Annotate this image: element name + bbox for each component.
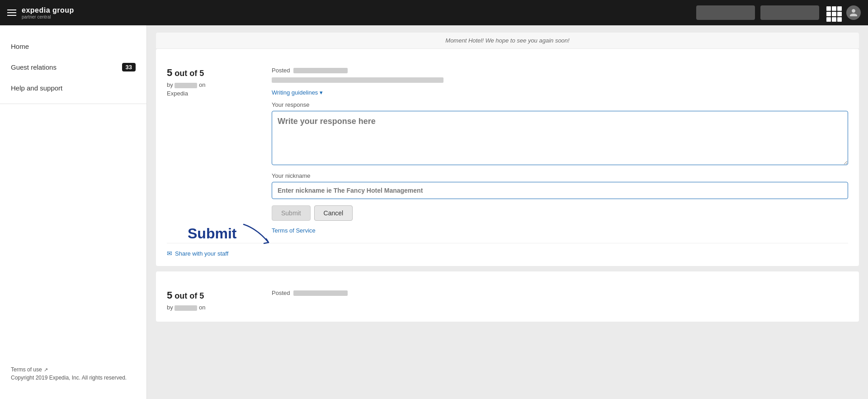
on2-label: on: [199, 304, 205, 311]
rating-out-of: out of 5: [175, 69, 204, 78]
posted-row: Posted: [272, 67, 848, 74]
main-content: Moment Hotel! We hope to see you again s…: [147, 25, 868, 399]
sidebar-nav: Home Guest relations 33 Help and support: [0, 36, 146, 359]
main-wrapper: Moment Hotel! We hope to see you again s…: [147, 25, 868, 329]
review2-left: 5 out of 5 by on: [167, 290, 257, 313]
posted2-row: Posted: [272, 290, 848, 296]
by-label: by: [167, 81, 173, 88]
posted-value-redacted: [293, 68, 348, 73]
sidebar-item-guest-relations[interactable]: Guest relations 33: [0, 57, 146, 78]
posted-label: Posted: [272, 67, 290, 74]
header-btn-2[interactable]: [760, 5, 819, 20]
sidebar-item-home[interactable]: Home: [0, 36, 146, 57]
share-label: Share with your staff: [175, 250, 228, 257]
logo-main-text: expedia group: [22, 6, 74, 14]
your-response-label: Your response: [272, 101, 848, 108]
top-message-bar: Moment Hotel! We hope to see you again s…: [156, 33, 859, 49]
top-message-text: Moment Hotel! We hope to see you again s…: [445, 37, 569, 44]
posted2-label: Posted: [272, 290, 290, 296]
review-text-redacted: [272, 77, 443, 83]
review-source: Expedia: [167, 90, 257, 97]
copyright-text: Copyright 2019 Expedia, Inc. All rights …: [11, 375, 136, 381]
rating2-out-of: out of 5: [175, 291, 204, 300]
sidebar-footer: Terms of use ↗ Copyright 2019 Expedia, I…: [0, 359, 146, 388]
guest-relations-badge: 33: [122, 63, 136, 71]
content-area: Moment Hotel! We hope to see you again s…: [147, 25, 868, 329]
app-header: expedia group partner central: [0, 0, 868, 25]
user-avatar[interactable]: [846, 5, 861, 20]
terms-of-service-link[interactable]: Terms of Service: [272, 227, 848, 234]
sidebar-guest-label: Guest relations: [11, 63, 57, 71]
header-btn-1[interactable]: [696, 5, 755, 20]
review-card-2: 5 out of 5 by on Posted: [156, 271, 859, 322]
review-left: 5 out of 5 by on Expedia: [167, 67, 257, 238]
reviewer2-info: by on: [167, 304, 257, 311]
action-buttons: Submit Cancel: [272, 205, 848, 221]
logo-sub-text: partner central: [22, 14, 74, 19]
nickname-input[interactable]: [272, 182, 848, 199]
writing-guidelines-link[interactable]: Writing guidelines ▾: [272, 89, 323, 96]
header-left: expedia group partner central: [7, 6, 74, 19]
nickname-label: Your nickname: [272, 172, 848, 179]
hamburger-menu[interactable]: [7, 10, 16, 16]
rating-score: 5: [167, 67, 172, 78]
sidebar-divider: [0, 104, 146, 104]
response-textarea[interactable]: [272, 111, 848, 165]
rating2-text: 5 out of 5: [167, 290, 257, 301]
sidebar: Home Guest relations 33 Help and support…: [0, 25, 147, 399]
posted2-value-redacted: [293, 290, 348, 296]
cancel-button[interactable]: Cancel: [314, 205, 353, 221]
reviewer-info: by on: [167, 81, 257, 88]
submit-button[interactable]: Submit: [272, 205, 311, 221]
grid-icon[interactable]: [825, 5, 841, 21]
header-right: [696, 5, 861, 21]
rating-text: 5 out of 5: [167, 67, 257, 79]
sidebar-help-label: Help and support: [11, 84, 62, 92]
reviewer-name-redacted: [175, 83, 197, 88]
by2-label: by: [167, 304, 175, 311]
sidebar-item-help[interactable]: Help and support: [0, 78, 146, 98]
external-link-icon: ↗: [44, 367, 48, 373]
review-row-2: 5 out of 5 by on Posted: [167, 280, 848, 313]
email-icon: ✉: [167, 250, 172, 257]
terms-link[interactable]: Terms of use ↗: [11, 366, 136, 373]
share-with-staff[interactable]: ✉ Share with your staff: [167, 243, 848, 257]
review-card-1: 5 out of 5 by on Expedia: [156, 49, 859, 266]
reviewer2-name-redacted: [175, 305, 197, 311]
terms-label: Terms of use: [11, 366, 42, 373]
review2-right: Posted: [272, 290, 848, 313]
logo: expedia group partner central: [22, 6, 74, 19]
sidebar-home-label: Home: [11, 43, 29, 50]
page-layout: Home Guest relations 33 Help and support…: [0, 25, 868, 399]
review-right: Posted Writing guidelines ▾ Your respons…: [272, 67, 848, 238]
rating2-score: 5: [167, 290, 172, 301]
review-row-1: 5 out of 5 by on Expedia: [167, 58, 848, 238]
on-label: on: [199, 81, 205, 88]
